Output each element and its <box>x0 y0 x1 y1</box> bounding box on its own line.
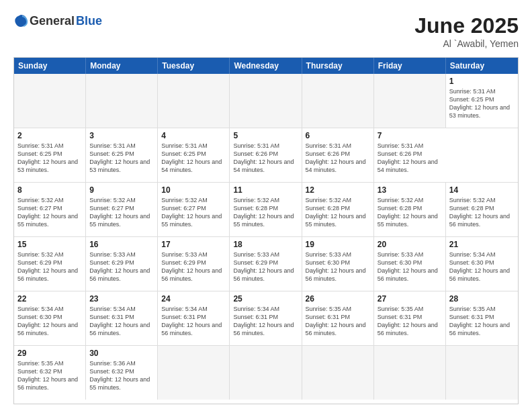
day-cell-30: 30 Sunrise: 5:36 AM Sunset: 6:32 PM Dayl… <box>86 346 158 400</box>
header-thursday: Thursday <box>302 58 374 74</box>
week-row-3: 8 Sunrise: 5:32 AM Sunset: 6:27 PM Dayli… <box>14 183 518 237</box>
day-info: Sunrise: 5:34 AM Sunset: 6:30 PM Dayligh… <box>449 250 515 283</box>
day-info: Sunrise: 5:36 AM Sunset: 6:32 PM Dayligh… <box>89 359 154 392</box>
day-cell-22: 22 Sunrise: 5:34 AM Sunset: 6:30 PM Dayl… <box>14 291 86 345</box>
day-info: Sunrise: 5:32 AM Sunset: 6:28 PM Dayligh… <box>449 196 515 229</box>
day-cell-26: 26 Sunrise: 5:35 AM Sunset: 6:31 PM Dayl… <box>302 291 374 345</box>
day-number: 14 <box>449 185 515 195</box>
day-number: 22 <box>17 294 82 304</box>
day-info: Sunrise: 5:35 AM Sunset: 6:31 PM Dayligh… <box>378 305 442 338</box>
day-number: 4 <box>161 131 226 140</box>
day-cell-12: 12 Sunrise: 5:32 AM Sunset: 6:28 PM Dayl… <box>302 183 374 236</box>
empty-cell-w0-d3 <box>230 74 302 128</box>
title-location: Al `Awabil, Yemen <box>414 38 519 49</box>
day-number: 12 <box>306 185 370 195</box>
day-number: 30 <box>89 349 154 358</box>
header-wednesday: Wednesday <box>230 58 302 74</box>
day-cell-16: 16 Sunrise: 5:33 AM Sunset: 6:29 PM Dayl… <box>86 237 158 291</box>
day-info: Sunrise: 5:33 AM Sunset: 6:29 PM Dayligh… <box>89 250 154 283</box>
day-number: 27 <box>378 294 442 304</box>
day-info: Sunrise: 5:33 AM Sunset: 6:29 PM Dayligh… <box>233 250 298 283</box>
calendar: Sunday Monday Tuesday Wednesday Thursday… <box>13 57 519 404</box>
logo: General Blue <box>13 13 102 28</box>
empty-cell-w5-d2 <box>158 346 230 400</box>
day-number: 13 <box>378 185 442 195</box>
empty-cell-w5-d6 <box>446 346 518 400</box>
day-number: 20 <box>378 240 442 249</box>
header-monday: Monday <box>86 58 158 74</box>
header-saturday: Saturday <box>446 58 518 74</box>
day-cell-7: 7 Sunrise: 5:31 AM Sunset: 6:26 PM Dayli… <box>374 128 446 182</box>
day-info: Sunrise: 5:31 AM Sunset: 6:26 PM Dayligh… <box>233 142 298 175</box>
header-sunday: Sunday <box>14 58 86 74</box>
day-cell-24: 24 Sunrise: 5:34 AM Sunset: 6:31 PM Dayl… <box>158 291 230 345</box>
day-cell-17: 17 Sunrise: 5:33 AM Sunset: 6:29 PM Dayl… <box>158 237 230 291</box>
day-number: 28 <box>449 294 515 304</box>
empty-cell-w5-d4 <box>302 346 374 400</box>
day-number: 7 <box>378 131 443 140</box>
day-info: Sunrise: 5:31 AM Sunset: 6:26 PM Dayligh… <box>306 142 370 175</box>
day-number: 3 <box>89 131 154 140</box>
day-info: Sunrise: 5:33 AM Sunset: 6:30 PM Dayligh… <box>306 250 370 283</box>
page: General Blue June 2025 Al `Awabil, Yemen… <box>0 0 532 411</box>
day-info: Sunrise: 5:32 AM Sunset: 6:28 PM Dayligh… <box>306 196 370 229</box>
day-number: 1 <box>449 77 515 86</box>
empty-cell-w0-d0 <box>14 74 86 128</box>
day-cell-10: 10 Sunrise: 5:32 AM Sunset: 6:27 PM Dayl… <box>158 183 230 236</box>
logo-general: General <box>30 14 75 28</box>
day-number: 2 <box>17 131 82 140</box>
empty-cell-w5-d5 <box>374 346 446 400</box>
day-cell-6: 6 Sunrise: 5:31 AM Sunset: 6:26 PM Dayli… <box>302 128 374 182</box>
day-number: 17 <box>161 240 226 249</box>
day-info: Sunrise: 5:35 AM Sunset: 6:32 PM Dayligh… <box>17 359 82 392</box>
day-info: Sunrise: 5:34 AM Sunset: 6:31 PM Dayligh… <box>89 305 154 338</box>
day-info: Sunrise: 5:32 AM Sunset: 6:27 PM Dayligh… <box>89 196 154 229</box>
day-info: Sunrise: 5:32 AM Sunset: 6:28 PM Dayligh… <box>233 196 298 229</box>
empty-cell-w0-d4 <box>302 74 374 128</box>
day-info: Sunrise: 5:32 AM Sunset: 6:27 PM Dayligh… <box>161 196 226 229</box>
empty-cell-w0-d5 <box>374 74 446 128</box>
logo-icon <box>13 13 28 28</box>
day-number: 21 <box>449 240 515 249</box>
day-info: Sunrise: 5:31 AM Sunset: 6:25 PM Dayligh… <box>89 142 154 175</box>
day-cell-20: 20 Sunrise: 5:33 AM Sunset: 6:30 PM Dayl… <box>374 237 446 291</box>
day-cell-19: 19 Sunrise: 5:33 AM Sunset: 6:30 PM Dayl… <box>302 237 374 291</box>
day-info: Sunrise: 5:33 AM Sunset: 6:30 PM Dayligh… <box>378 250 442 283</box>
week-row-1: 1 Sunrise: 5:31 AM Sunset: 6:25 PM Dayli… <box>14 74 518 128</box>
week-row-6: 29 Sunrise: 5:35 AM Sunset: 6:32 PM Dayl… <box>14 346 518 400</box>
day-number: 16 <box>89 240 154 249</box>
empty-cell-w0-d1 <box>86 74 158 128</box>
day-info: Sunrise: 5:34 AM Sunset: 6:30 PM Dayligh… <box>17 305 82 338</box>
day-number: 11 <box>233 185 298 195</box>
day-number: 29 <box>17 349 82 358</box>
day-info: Sunrise: 5:31 AM Sunset: 6:25 PM Dayligh… <box>449 87 515 120</box>
day-info: Sunrise: 5:31 AM Sunset: 6:25 PM Dayligh… <box>161 142 226 175</box>
day-number: 24 <box>161 294 226 304</box>
day-cell-4: 4 Sunrise: 5:31 AM Sunset: 6:25 PM Dayli… <box>158 128 230 182</box>
day-info: Sunrise: 5:31 AM Sunset: 6:26 PM Dayligh… <box>378 142 443 175</box>
day-info: Sunrise: 5:32 AM Sunset: 6:29 PM Dayligh… <box>17 250 82 283</box>
empty-cell-w0-d2 <box>158 74 230 128</box>
day-number: 8 <box>17 185 82 195</box>
day-cell-13: 13 Sunrise: 5:32 AM Sunset: 6:28 PM Dayl… <box>374 183 446 236</box>
day-cell-23: 23 Sunrise: 5:34 AM Sunset: 6:31 PM Dayl… <box>86 291 158 345</box>
day-number: 23 <box>89 294 154 304</box>
day-number: 26 <box>306 294 370 304</box>
calendar-body: 1 Sunrise: 5:31 AM Sunset: 6:25 PM Dayli… <box>14 74 518 400</box>
header-friday: Friday <box>374 58 446 74</box>
title-block: June 2025 Al `Awabil, Yemen <box>414 13 519 49</box>
empty-cell-w5-d3 <box>230 346 302 400</box>
day-cell-29: 29 Sunrise: 5:35 AM Sunset: 6:32 PM Dayl… <box>14 346 86 400</box>
week-row-4: 15 Sunrise: 5:32 AM Sunset: 6:29 PM Dayl… <box>14 237 518 291</box>
day-info: Sunrise: 5:35 AM Sunset: 6:31 PM Dayligh… <box>449 305 515 338</box>
day-number: 9 <box>89 185 154 195</box>
day-cell-27: 27 Sunrise: 5:35 AM Sunset: 6:31 PM Dayl… <box>374 291 446 345</box>
day-cell-11: 11 Sunrise: 5:32 AM Sunset: 6:28 PM Dayl… <box>230 183 302 236</box>
day-number: 15 <box>17 240 82 249</box>
day-info: Sunrise: 5:34 AM Sunset: 6:31 PM Dayligh… <box>233 305 298 338</box>
day-number: 18 <box>233 240 298 249</box>
day-info: Sunrise: 5:32 AM Sunset: 6:28 PM Dayligh… <box>378 196 442 229</box>
day-number: 5 <box>233 131 298 140</box>
calendar-header: Sunday Monday Tuesday Wednesday Thursday… <box>14 58 518 74</box>
day-cell-28: 28 Sunrise: 5:35 AM Sunset: 6:31 PM Dayl… <box>446 291 518 345</box>
